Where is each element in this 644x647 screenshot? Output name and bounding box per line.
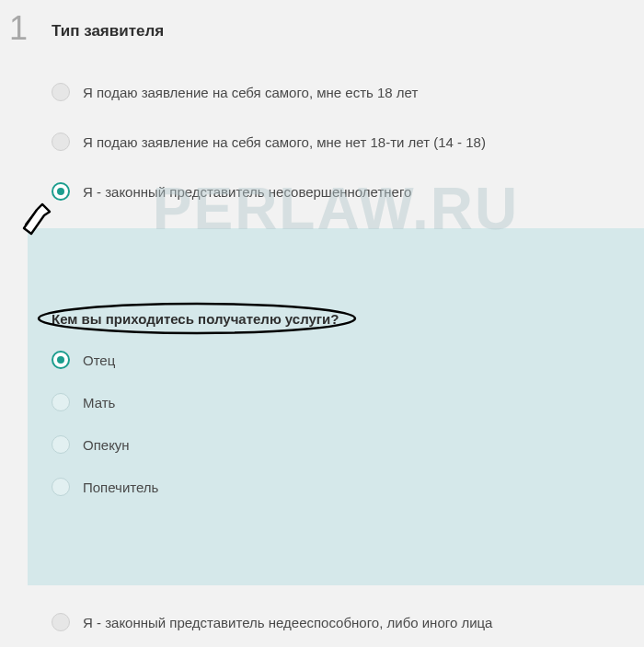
- radio-icon: [52, 393, 70, 411]
- option-self-adult[interactable]: Я подаю заявление на себя самого, мне ес…: [52, 74, 635, 110]
- option-legal-rep-minor[interactable]: Я - законный представитель несовершеннол…: [52, 173, 635, 210]
- relation-options: Отец Мать Опекун Попечитель: [52, 343, 620, 503]
- relation-option-mother[interactable]: Мать: [52, 386, 620, 419]
- radio-icon: [52, 182, 70, 201]
- step-number: 1: [9, 9, 28, 48]
- applicant-type-options-cont: Я - законный представитель недееспособно…: [52, 607, 635, 637]
- option-label: Опекун: [83, 437, 130, 453]
- form-page: 1 Тип заявителя Я подаю заявление на себ…: [0, 0, 644, 647]
- option-label: Отец: [83, 352, 115, 368]
- radio-icon: [52, 133, 70, 151]
- radio-icon: [52, 478, 70, 496]
- radio-icon: [52, 351, 70, 369]
- radio-icon: [52, 83, 70, 101]
- radio-icon: [52, 613, 70, 631]
- option-label: Мать: [83, 395, 115, 410]
- applicant-type-options: Я подаю заявление на себя самого, мне ес…: [52, 74, 635, 223]
- relation-option-trustee[interactable]: Попечитель: [52, 470, 620, 503]
- option-label: Попечитель: [83, 479, 158, 495]
- option-label: Я подаю заявление на себя самого, мне не…: [83, 134, 486, 150]
- step-title: Тип заявителя: [52, 22, 164, 40]
- relation-sub-panel: PERLAW.RU Кем вы приходитесь получателю …: [28, 228, 644, 585]
- relation-option-guardian[interactable]: Опекун: [52, 428, 620, 461]
- sub-question: Кем вы приходитесь получателю услуги?: [52, 311, 620, 327]
- option-legal-rep-incap[interactable]: Я - законный представитель недееспособно…: [52, 607, 635, 637]
- radio-icon: [52, 435, 70, 454]
- option-self-minor[interactable]: Я подаю заявление на себя самого, мне не…: [52, 123, 635, 160]
- option-label: Я - законный представитель несовершеннол…: [83, 184, 411, 200]
- relation-option-father[interactable]: Отец: [52, 343, 620, 376]
- option-label: Я подаю заявление на себя самого, мне ес…: [83, 85, 418, 100]
- option-label: Я - законный представитель недееспособно…: [83, 615, 492, 630]
